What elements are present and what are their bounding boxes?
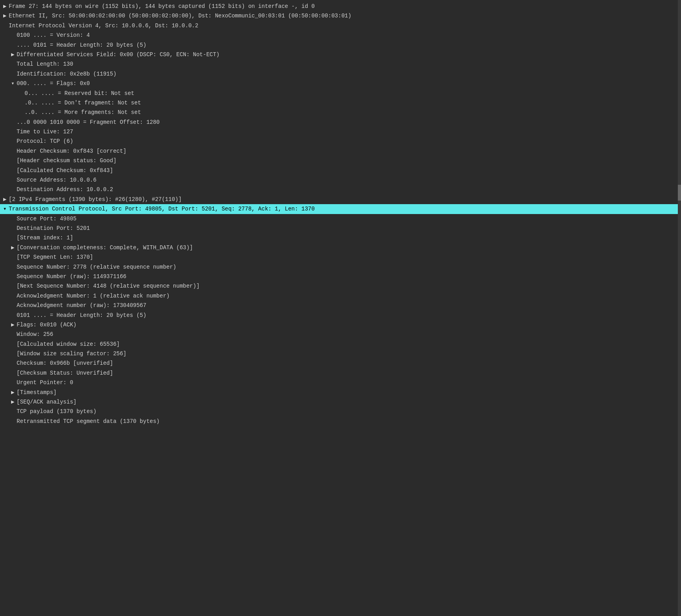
tree-text: Total Length: 130 <box>17 60 73 68</box>
tree-text: Protocol: TCP (6) <box>17 137 73 146</box>
toggle-icon: ▾ <box>3 205 9 213</box>
tree-text: 0101 .... = Header Length: 20 bytes (5) <box>17 311 146 320</box>
toggle-icon: ▶ <box>11 388 17 397</box>
tree-line-tcp-hlen[interactable]: 0101 .... = Header Length: 20 bytes (5) <box>0 311 681 320</box>
toggle-icon: ▶ <box>11 398 17 406</box>
tree-text: Ethernet II, Src: 50:00:00:02:00:00 (50:… <box>9 11 351 20</box>
toggle-icon: ▶ <box>11 320 17 329</box>
tree-text: [Window size scaling factor: 256] <box>17 349 126 358</box>
tree-text: Destination Address: 10.0.0.2 <box>17 185 113 194</box>
tree-text: Transmission Control Protocol, Src Port:… <box>9 205 315 213</box>
tree-text: Source Address: 10.0.0.6 <box>17 176 97 184</box>
tree-text: Acknowledgment Number: 1 (relative ack n… <box>17 292 169 300</box>
tree-text: Flags: 0x010 (ACK) <box>17 320 76 329</box>
tree-line-tcp-checksum-status[interactable]: [Checksum Status: Unverified] <box>0 368 681 378</box>
tree-line-ip-version[interactable]: 0100 .... = Version: 4 <box>0 30 681 40</box>
tree-text: [Checksum Status: Unverified] <box>17 369 113 377</box>
tree-text: .... 0101 = Header Length: 20 bytes (5) <box>17 41 146 49</box>
tree-text: Sequence Number (raw): 1149371166 <box>17 272 126 281</box>
tree-text: Source Port: 49805 <box>17 214 76 223</box>
toggle-icon: ▶ <box>3 195 9 204</box>
tree-text: Identification: 0x2e8b (11915) <box>17 70 116 78</box>
toggle-icon: ▶ <box>11 243 17 252</box>
tree-text: Time to Live: 127 <box>17 127 73 136</box>
tree-text: Frame 27: 144 bytes on wire (1152 bits),… <box>9 2 315 11</box>
tree-text: [Next Sequence Number: 4148 (relative se… <box>17 282 200 290</box>
tree-text: [Calculated window size: 65536] <box>17 340 120 349</box>
packet-tree: ▶Frame 27: 144 bytes on wire (1152 bits)… <box>0 0 681 428</box>
tree-text: ..0. .... = More fragments: Not set <box>25 108 141 117</box>
tree-line-ip-proto[interactable]: Protocol: TCP (6) <box>0 136 681 146</box>
tree-line-tcp-conv[interactable]: ▶[Conversation completeness: Complete, W… <box>0 243 681 252</box>
tree-line-ip-dsf[interactable]: ▶Differentiated Services Field: 0x00 (DS… <box>0 50 681 59</box>
tree-line-tcp-ack-raw[interactable]: Acknowledgment number (raw): 1730409567 <box>0 301 681 310</box>
tree-text: Internet Protocol Version 4, Src: 10.0.0… <box>9 21 198 30</box>
tree-line-tcp-calc-win[interactable]: [Calculated window size: 65536] <box>0 339 681 349</box>
tree-text: TCP payload (1370 bytes) <box>17 407 97 416</box>
tree-text: [Calculated Checksum: 0xf843] <box>17 166 113 175</box>
tree-line-tcp-urgent[interactable]: Urgent Pointer: 0 <box>0 378 681 387</box>
tree-line-ip-dst[interactable]: Destination Address: 10.0.0.2 <box>0 185 681 194</box>
toggle-icon: ▶ <box>11 50 17 59</box>
tree-line-ip-df[interactable]: .0.. .... = Don't fragment: Not set <box>0 98 681 108</box>
tree-text: Header Checksum: 0xf843 [correct] <box>17 147 126 155</box>
toggle-icon: ▶ <box>3 2 9 11</box>
tree-line-tcp-payload[interactable]: TCP payload (1370 bytes) <box>0 407 681 416</box>
tree-text: Differentiated Services Field: 0x00 (DSC… <box>17 50 219 59</box>
tree-line-ip-hlen[interactable]: .... 0101 = Header Length: 20 bytes (5) <box>0 40 681 50</box>
tree-line-tcp-win-scale[interactable]: [Window size scaling factor: 256] <box>0 349 681 358</box>
tree-line-ip-mf[interactable]: ..0. .... = More fragments: Not set <box>0 108 681 117</box>
tree-line-tcp-timestamps[interactable]: ▶[Timestamps] <box>0 388 681 397</box>
tree-line-tcp-checksum[interactable]: Checksum: 0x966b [unverified] <box>0 358 681 368</box>
tree-line-tcp-next-seq[interactable]: [Next Sequence Number: 4148 (relative se… <box>0 281 681 291</box>
scrollbar[interactable] <box>678 0 681 616</box>
tree-text: 000. .... = Flags: 0x0 <box>17 79 90 88</box>
tree-line-tcp-ack[interactable]: Acknowledgment Number: 1 (relative ack n… <box>0 291 681 301</box>
tree-line-ip-checksum[interactable]: Header Checksum: 0xf843 [correct] <box>0 146 681 156</box>
tree-text: [SEQ/ACK analysis] <box>17 398 76 406</box>
scrollbar-thumb[interactable] <box>678 185 681 201</box>
tree-line-ip-reserved[interactable]: 0... .... = Reserved bit: Not set <box>0 89 681 98</box>
tree-text: Urgent Pointer: 0 <box>17 378 73 387</box>
tree-line-tcp-seq-raw[interactable]: Sequence Number (raw): 1149371166 <box>0 272 681 281</box>
tree-line-ip-flags[interactable]: ▾000. .... = Flags: 0x0 <box>0 79 681 88</box>
tree-line-tcp-seg-len[interactable]: [TCP Segment Len: 1370] <box>0 252 681 262</box>
tree-line-tcp-stream[interactable]: [Stream index: 1] <box>0 233 681 243</box>
tree-line-ip-ttl[interactable]: Time to Live: 127 <box>0 127 681 136</box>
tree-line-tcp-window[interactable]: Window: 256 <box>0 330 681 339</box>
tree-text: 0100 .... = Version: 4 <box>17 31 90 40</box>
tree-text: Sequence Number: 2778 (relative sequence… <box>17 263 176 271</box>
tree-line-ip[interactable]: Internet Protocol Version 4, Src: 10.0.0… <box>0 21 681 30</box>
tree-line-ip-id[interactable]: Identification: 0x2e8b (11915) <box>0 69 681 79</box>
tree-line-ethernet[interactable]: ▶Ethernet II, Src: 50:00:00:02:00:00 (50… <box>0 11 681 21</box>
tree-line-ip-frags[interactable]: ▶[2 IPv4 Fragments (1390 bytes): #26(128… <box>0 195 681 204</box>
tree-text: 0... .... = Reserved bit: Not set <box>25 89 134 98</box>
tree-line-ip-calc-checksum[interactable]: [Calculated Checksum: 0xf843] <box>0 166 681 175</box>
tree-line-tcp-seq[interactable]: Sequence Number: 2778 (relative sequence… <box>0 262 681 272</box>
tree-text: .0.. .... = Don't fragment: Not set <box>25 99 141 107</box>
tree-text: [Header checksum status: Good] <box>17 156 116 165</box>
tree-line-ip-src[interactable]: Source Address: 10.0.0.6 <box>0 175 681 185</box>
tree-line-ip-total-len[interactable]: Total Length: 130 <box>0 59 681 69</box>
tree-text: Retransmitted TCP segment data (1370 byt… <box>17 417 160 426</box>
tree-text: Destination Port: 5201 <box>17 224 90 233</box>
tree-text: ...0 0000 1010 0000 = Fragment Offset: 1… <box>17 118 160 127</box>
tree-line-tcp-sport[interactable]: Source Port: 49805 <box>0 214 681 224</box>
tree-text: [Conversation completeness: Complete, WI… <box>17 243 193 252</box>
tree-text: [TCP Segment Len: 1370] <box>17 253 93 262</box>
tree-line-tcp-seqack[interactable]: ▶[SEQ/ACK analysis] <box>0 397 681 407</box>
tree-line-frame[interactable]: ▶Frame 27: 144 bytes on wire (1152 bits)… <box>0 2 681 11</box>
tree-text: Acknowledgment number (raw): 1730409567 <box>17 301 146 310</box>
tree-text: Window: 256 <box>17 330 53 339</box>
tree-line-ip-checksum-status[interactable]: [Header checksum status: Good] <box>0 156 681 165</box>
tree-line-tcp-dport[interactable]: Destination Port: 5201 <box>0 224 681 233</box>
tree-line-tcp-retrans[interactable]: Retransmitted TCP segment data (1370 byt… <box>0 417 681 426</box>
toggle-icon: ▶ <box>3 11 9 20</box>
toggle-icon: ▾ <box>11 79 17 88</box>
tree-text: [2 IPv4 Fragments (1390 bytes): #26(1280… <box>9 195 182 204</box>
tree-line-ip-frag-offset[interactable]: ...0 0000 1010 0000 = Fragment Offset: 1… <box>0 118 681 127</box>
tree-line-tcp[interactable]: ▾Transmission Control Protocol, Src Port… <box>0 204 681 214</box>
tree-text: Checksum: 0x966b [unverified] <box>17 359 113 368</box>
tree-text: [Stream index: 1] <box>17 233 73 242</box>
tree-line-tcp-flags[interactable]: ▶Flags: 0x010 (ACK) <box>0 320 681 330</box>
